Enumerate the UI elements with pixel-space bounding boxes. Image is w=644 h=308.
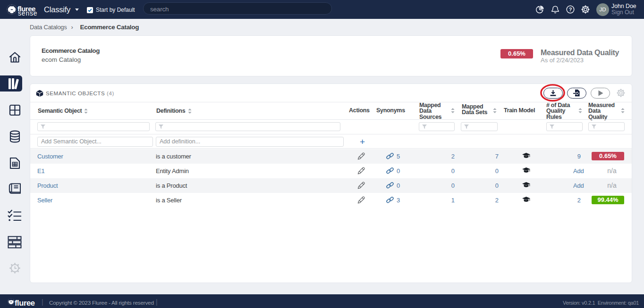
svg-text:?: ? [569,7,572,12]
